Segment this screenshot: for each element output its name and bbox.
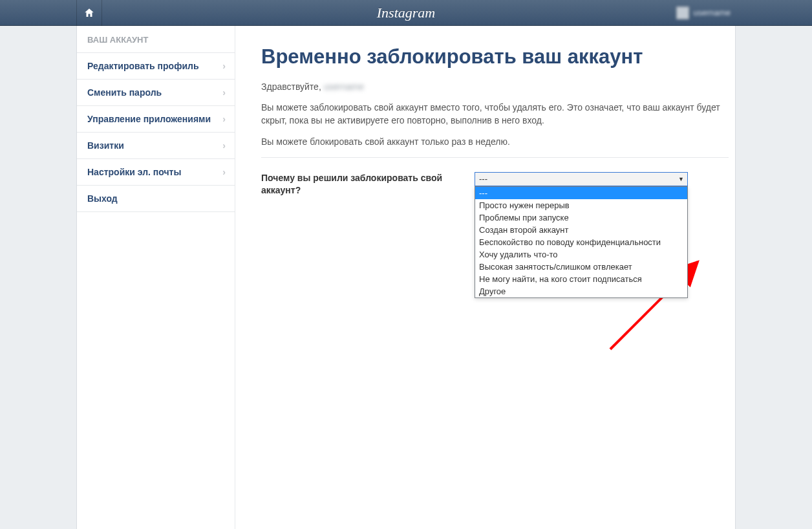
page-title: Временно заблокировать ваш аккаунт xyxy=(261,45,729,81)
brand-logo[interactable]: Instagram xyxy=(377,5,435,21)
dropdown-option[interactable]: Создан второй аккаунт xyxy=(475,224,687,236)
info-paragraph-2: Вы можете блокировать свой аккаунт тольк… xyxy=(261,135,727,148)
chevron-right-icon: › xyxy=(222,61,226,71)
chevron-right-icon: › xyxy=(222,140,226,151)
chevron-right-icon: › xyxy=(222,87,226,98)
sidebar-item-label: Сменить пароль xyxy=(87,87,162,98)
page: ВАШ АККАУНТ Редактировать профиль › Смен… xyxy=(76,26,736,529)
sidebar-item-edit-profile[interactable]: Редактировать профиль › xyxy=(77,53,235,80)
home-button[interactable] xyxy=(76,0,102,26)
sidebar-item-cards[interactable]: Визитки › xyxy=(77,133,235,159)
greeting-username: username xyxy=(324,81,364,92)
user-menu[interactable]: username xyxy=(676,6,736,19)
dropdown-option[interactable]: Беспокойство по поводу конфиденциальност… xyxy=(475,236,687,248)
dropdown-option[interactable]: Другое xyxy=(475,285,687,297)
sidebar-item-email-settings[interactable]: Настройки эл. почты › xyxy=(77,159,235,186)
username-label: username xyxy=(693,8,731,17)
info-paragraph-1: Вы можете заблокировать свой аккаунт вме… xyxy=(261,101,727,127)
reason-question-label: Почему вы решили заблокировать свой акка… xyxy=(261,172,449,197)
sidebar: ВАШ АККАУНТ Редактировать профиль › Смен… xyxy=(77,26,235,529)
sidebar-item-manage-apps[interactable]: Управление приложениями › xyxy=(77,106,235,133)
dropdown-option[interactable]: --- xyxy=(475,187,687,199)
dropdown-option[interactable]: Хочу удалить что-то xyxy=(475,248,687,261)
sidebar-item-change-password[interactable]: Сменить пароль › xyxy=(77,80,235,106)
divider xyxy=(261,157,729,158)
sidebar-item-label: Редактировать профиль xyxy=(87,61,199,71)
dropdown-option[interactable]: Не могу найти, на кого стоит подписаться xyxy=(475,273,687,285)
sidebar-item-label: Настройки эл. почты xyxy=(87,167,181,177)
main-content: Временно заблокировать ваш аккаунт Здрав… xyxy=(235,26,735,529)
reason-select-value: --- xyxy=(479,174,487,184)
greeting-prefix: Здравствуйте, xyxy=(261,81,324,92)
home-icon xyxy=(83,7,95,19)
reason-select[interactable]: --- xyxy=(475,172,688,186)
reason-dropdown: --- Просто нужен перерыв Проблемы при за… xyxy=(475,186,688,298)
dropdown-option[interactable]: Проблемы при запуске xyxy=(475,211,687,224)
sidebar-item-logout[interactable]: Выход › xyxy=(77,186,235,212)
sidebar-item-label: Управление приложениями xyxy=(87,114,211,124)
chevron-right-icon: › xyxy=(222,167,226,177)
greeting: Здравствуйте, username xyxy=(261,81,729,92)
sidebar-header: ВАШ АККАУНТ xyxy=(77,26,235,53)
dropdown-option[interactable]: Просто нужен перерыв xyxy=(475,199,687,211)
sidebar-item-label: Визитки xyxy=(87,140,124,151)
sidebar-item-label: Выход xyxy=(87,193,118,204)
avatar xyxy=(676,6,689,19)
chevron-right-icon: › xyxy=(222,114,226,124)
topbar: Instagram username xyxy=(0,0,812,26)
dropdown-option[interactable]: Высокая занятость/слишком отвлекает xyxy=(475,261,687,273)
